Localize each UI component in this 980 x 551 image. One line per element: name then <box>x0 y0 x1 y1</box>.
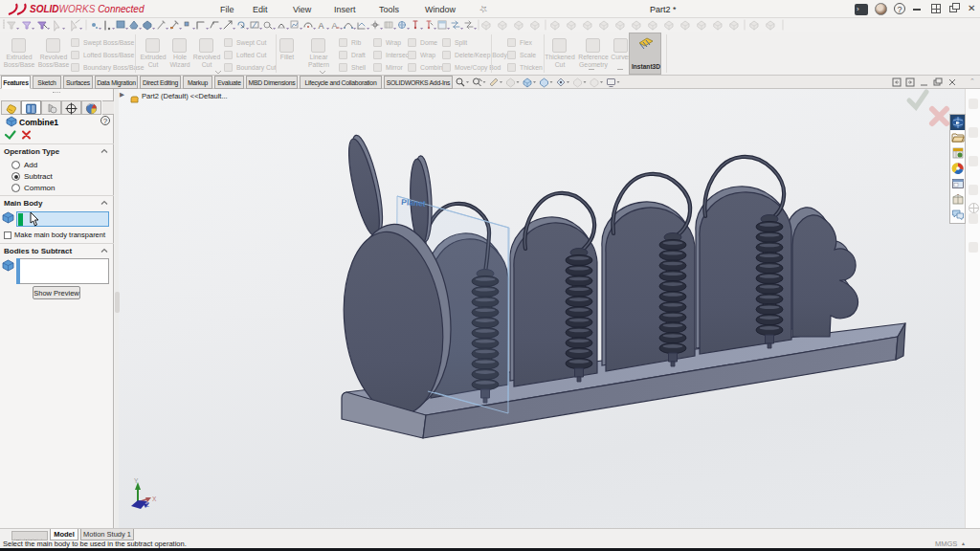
svg-text:Planet: Planet <box>401 197 426 209</box>
svg-text:X: X <box>152 496 157 502</box>
svg-text:Y: Y <box>134 477 139 484</box>
svg-text:Z: Z <box>145 501 149 508</box>
